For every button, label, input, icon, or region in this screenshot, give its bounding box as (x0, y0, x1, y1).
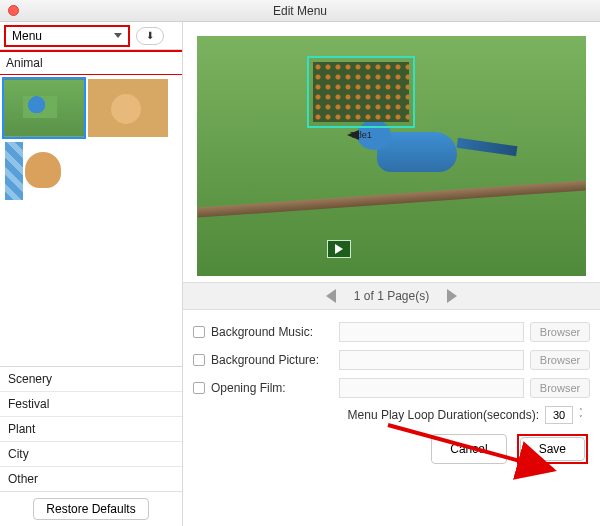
opening-film-field[interactable] (339, 378, 524, 398)
category-item[interactable]: Festival (0, 392, 182, 417)
bg-music-checkbox[interactable] (193, 326, 205, 338)
title-slot[interactable] (307, 56, 415, 128)
menu-preview[interactable]: Title1 (197, 36, 586, 276)
title-slot-label: Title1 (307, 130, 415, 140)
bg-music-label: Background Music: (211, 325, 333, 339)
settings-form: Background Music: Browser Background Pic… (183, 310, 600, 424)
category-item[interactable]: Other (0, 467, 182, 491)
window-title: Edit Menu (0, 4, 600, 18)
title-bar: Edit Menu (0, 0, 600, 22)
bg-picture-checkbox[interactable] (193, 354, 205, 366)
cancel-button[interactable]: Cancel (431, 434, 506, 464)
template-thumb[interactable] (4, 141, 84, 199)
menu-dropdown[interactable]: Menu (4, 25, 130, 47)
pager-text: 1 of 1 Page(s) (354, 289, 429, 303)
opening-film-browser-button[interactable]: Browser (530, 378, 590, 398)
chevron-down-icon (114, 33, 122, 38)
category-item[interactable]: City (0, 442, 182, 467)
save-button[interactable]: Save (520, 437, 585, 461)
download-icon: ⬇ (146, 30, 154, 41)
loop-duration-input[interactable] (545, 406, 573, 424)
stepper-down-icon[interactable]: ˅ (576, 415, 586, 422)
bg-picture-field[interactable] (339, 350, 524, 370)
menu-dropdown-label: Menu (12, 29, 42, 43)
play-icon[interactable] (327, 240, 351, 258)
loop-duration-label: Menu Play Loop Duration(seconds): (348, 408, 539, 422)
template-thumb[interactable] (4, 79, 84, 137)
category-list: Scenery Festival Plant City Other (0, 366, 182, 491)
stepper-up-icon[interactable]: ˄ (576, 408, 586, 415)
pager: 1 of 1 Page(s) (183, 282, 600, 310)
opening-film-label: Opening Film: (211, 381, 333, 395)
download-button[interactable]: ⬇ (136, 27, 164, 45)
close-window-icon[interactable] (8, 5, 19, 16)
prev-page-icon[interactable] (326, 289, 336, 303)
bg-picture-browser-button[interactable]: Browser (530, 350, 590, 370)
next-page-icon[interactable] (447, 289, 457, 303)
dialog-footer: Cancel Save (183, 424, 600, 474)
bg-music-field[interactable] (339, 322, 524, 342)
category-item[interactable]: Plant (0, 417, 182, 442)
bg-music-browser-button[interactable]: Browser (530, 322, 590, 342)
restore-defaults-button[interactable]: Restore Defaults (33, 498, 148, 520)
bg-picture-label: Background Picture: (211, 353, 333, 367)
sidebar: Menu ⬇ Animal Scenery Festival Plant Cit… (0, 22, 183, 526)
loop-duration-stepper[interactable]: ˄ ˅ (545, 406, 586, 424)
main-panel: Title1 1 of 1 Page(s) Background Music: … (183, 22, 600, 526)
active-category-header: Animal (0, 52, 182, 75)
opening-film-checkbox[interactable] (193, 382, 205, 394)
template-thumbnails (0, 75, 182, 366)
category-item[interactable]: Scenery (0, 367, 182, 392)
template-thumb[interactable] (88, 79, 168, 137)
